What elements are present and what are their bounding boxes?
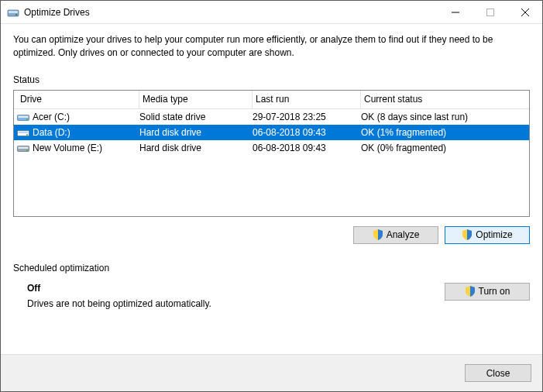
optimize-button[interactable]: Optimize (445, 226, 530, 244)
drive-icon (17, 143, 29, 153)
optimize-label: Optimize (476, 229, 512, 240)
bottom-bar: Close (1, 354, 542, 391)
svg-point-15 (26, 150, 28, 151)
drive-row[interactable]: Acer (C:)Solid state drive29-07-2018 23:… (14, 109, 529, 125)
scheduled-state: Off (27, 283, 445, 294)
drive-last: 06-08-2018 09:43 (253, 143, 361, 153)
svg-rect-1 (9, 11, 18, 13)
minimize-button[interactable] (438, 1, 473, 23)
status-label: Status (13, 74, 530, 85)
drive-name: Acer (C:) (33, 112, 70, 122)
drive-media: Hard disk drive (139, 127, 253, 138)
shield-icon (462, 229, 473, 240)
app-icon (7, 6, 19, 19)
col-header-last[interactable]: Last run (253, 91, 361, 108)
drive-row[interactable]: Data (D:)Hard disk drive06-08-2018 09:43… (14, 125, 529, 140)
shield-icon (465, 286, 476, 297)
drive-status: OK (8 days since last run) (361, 112, 529, 122)
drive-last: 29-07-2018 23:25 (253, 112, 361, 122)
svg-rect-8 (19, 115, 29, 118)
shield-icon (373, 229, 383, 240)
close-window-button[interactable] (507, 1, 542, 23)
content-area: You can optimize your drives to help you… (1, 24, 542, 309)
maximize-button[interactable] (473, 1, 507, 23)
col-header-drive[interactable]: Drive (17, 91, 139, 108)
analyze-label: Analyze (387, 229, 420, 240)
drive-last: 06-08-2018 09:43 (253, 127, 361, 138)
drive-media: Solid state drive (139, 112, 253, 122)
svg-rect-4 (486, 9, 493, 15)
drive-row[interactable]: New Volume (E:)Hard disk drive06-08-2018… (14, 140, 529, 156)
window-title: Optimize Drives (24, 7, 90, 18)
svg-point-9 (26, 119, 28, 120)
scheduled-desc: Drives are not being optimized automatic… (27, 298, 445, 309)
svg-point-12 (26, 134, 28, 136)
drive-list[interactable]: Drive Media type Last run Current status… (13, 90, 530, 217)
drive-list-header: Drive Media type Last run Current status (14, 91, 529, 109)
drive-name: New Volume (E:) (33, 143, 102, 153)
drive-media: Hard disk drive (139, 143, 253, 153)
svg-rect-14 (19, 146, 29, 149)
close-button[interactable]: Close (465, 364, 531, 382)
turn-on-button[interactable]: Turn on (445, 283, 530, 301)
drive-icon (17, 112, 29, 122)
turn-on-label: Turn on (479, 286, 510, 297)
col-header-media[interactable]: Media type (139, 91, 253, 108)
action-buttons: Analyze Optimize (13, 226, 530, 244)
drive-status: OK (0% fragmented) (361, 143, 529, 153)
drive-name: Data (D:) (33, 127, 70, 138)
svg-rect-11 (19, 131, 29, 133)
col-header-status[interactable]: Current status (361, 91, 529, 108)
analyze-button[interactable]: Analyze (353, 226, 438, 244)
drive-status: OK (1% fragmented) (361, 127, 529, 138)
scheduled-label: Scheduled optimization (13, 263, 530, 273)
svg-point-2 (15, 14, 17, 15)
scheduled-section: Scheduled optimization Off Drives are no… (13, 263, 530, 309)
drive-icon (17, 128, 29, 137)
intro-text: You can optimize your drives to help you… (13, 33, 530, 60)
titlebar: Optimize Drives (1, 1, 542, 24)
